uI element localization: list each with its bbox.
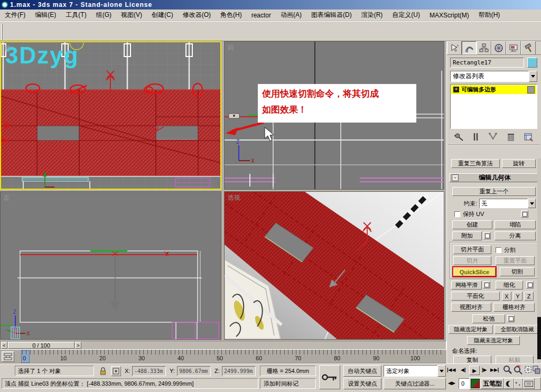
preserve-uv-checkbox[interactable]: [454, 211, 460, 217]
y-coord-field[interactable]: 9806.67mm: [177, 366, 211, 376]
tab-modify[interactable]: [462, 41, 477, 54]
open-mini-curve-editor-button[interactable]: [2, 351, 14, 362]
tessellate-button[interactable]: 细化: [496, 281, 523, 290]
menu-item-reactor[interactable]: reactor: [247, 12, 276, 19]
zoom-extents-button[interactable]: [524, 365, 533, 376]
show-end-result-icon[interactable]: [472, 132, 480, 142]
object-color-swatch[interactable]: [527, 58, 537, 68]
key-mode-arrow[interactable]: [437, 365, 446, 377]
ime-method-button[interactable]: 五笔型: [481, 378, 504, 389]
set-key-big-button[interactable]: [319, 365, 340, 389]
ime-fullwidth-button[interactable]: [504, 378, 514, 389]
rollout-header-edit-geometry[interactable]: - 编辑几何体: [449, 173, 538, 182]
set-key-button[interactable]: 设置关键点: [343, 378, 381, 389]
stack-item-editable-poly[interactable]: + 可编辑多边形: [451, 85, 536, 94]
make-unique-icon[interactable]: [488, 132, 498, 142]
menu-item-graph-editors[interactable]: 图表编辑器(D): [306, 11, 357, 20]
view-align-button[interactable]: 视图对齐: [451, 303, 491, 312]
time-slider-prev-button[interactable]: <: [1, 342, 7, 349]
quickslice-button[interactable]: QuickSlice: [453, 267, 496, 276]
menu-item-maxscript[interactable]: MAXScript(M): [425, 12, 474, 19]
object-name-field[interactable]: Rectangle17: [450, 58, 524, 68]
menu-item-rendering[interactable]: 渲染(R): [357, 11, 388, 20]
panel-scrollbar[interactable]: [537, 158, 541, 363]
slice-plane-button[interactable]: 切片平面: [453, 245, 491, 254]
reset-plane-button[interactable]: 重置平面: [496, 256, 535, 265]
previous-frame-button[interactable]: ◀|: [461, 367, 465, 372]
create-button[interactable]: 创建: [452, 220, 492, 229]
menu-item-create[interactable]: 创建(C): [147, 11, 178, 20]
ime-logo-icon[interactable]: [471, 379, 480, 388]
ime-punctuation-button[interactable]: °，: [514, 378, 523, 389]
meshsmooth-settings-button[interactable]: [483, 281, 490, 288]
menu-item-modifiers[interactable]: 修改器(O): [178, 11, 216, 20]
track-bar[interactable]: 0 10 20 30 40 50 60 70 80 90 100: [0, 350, 446, 363]
viewport-perspective[interactable]: 透视: [224, 191, 444, 340]
tab-display[interactable]: [506, 41, 521, 54]
slice-button[interactable]: 切片: [453, 256, 491, 265]
ime-soft-keyboard-button[interactable]: [523, 378, 535, 389]
viewport-left[interactable]: Z X 左: [0, 191, 221, 340]
attach-button[interactable]: 附加: [452, 231, 482, 240]
rollout-collapse-icon[interactable]: -: [452, 174, 459, 181]
tessellate-settings-button[interactable]: [526, 281, 534, 288]
make-planar-button[interactable]: 平面化: [451, 292, 500, 301]
expand-stack-icon[interactable]: +: [453, 87, 459, 92]
menu-item-customize[interactable]: 自定义(U): [387, 11, 425, 20]
time-slider-next-button[interactable]: >: [75, 342, 81, 349]
modifier-list-dropdown[interactable]: 修改器列表: [450, 71, 537, 82]
time-slider-handle[interactable]: 0 / 100: [8, 342, 74, 349]
planar-z-button[interactable]: Z: [524, 292, 534, 301]
detach-button[interactable]: 分离: [495, 231, 536, 240]
constraints-dropdown[interactable]: 无: [479, 199, 536, 208]
hide-unselected-button[interactable]: 隐藏未选定对象: [467, 336, 520, 345]
go-to-end-button[interactable]: ▶▶|: [490, 367, 499, 372]
key-mode-toggle-button[interactable]: ◀▶: [448, 380, 455, 386]
time-slider-track[interactable]: < 0 / 100 >: [0, 341, 446, 350]
retriangulate-button[interactable]: 重复三角算法: [451, 159, 500, 168]
attach-list-button[interactable]: [483, 232, 491, 239]
constraints-arrow[interactable]: [528, 199, 536, 208]
absolute-offset-toggle-button[interactable]: [111, 366, 121, 376]
relax-button[interactable]: 松弛: [472, 314, 505, 323]
turn-button[interactable]: 旋转: [502, 159, 536, 168]
cut-button[interactable]: 切割: [500, 267, 535, 276]
remove-modifier-icon[interactable]: [507, 132, 515, 142]
tab-motion[interactable]: [491, 41, 506, 54]
configure-modifier-sets-icon[interactable]: [524, 132, 533, 142]
split-checkbox[interactable]: [496, 247, 501, 253]
menu-item-group[interactable]: 组(G): [91, 11, 116, 20]
planar-x-button[interactable]: X: [502, 292, 511, 301]
viewport-front[interactable]: Z X 前 使用快速切割命令，将其切成 如图效果！: [224, 41, 444, 190]
zoom-extents-all-button[interactable]: [533, 365, 541, 376]
tab-hierarchy[interactable]: [477, 41, 491, 54]
repeat-last-button[interactable]: 重复上一个: [452, 187, 536, 196]
meshsmooth-button[interactable]: 网格平滑: [451, 281, 482, 290]
preserve-uv-settings-button[interactable]: [521, 210, 528, 218]
stack-item-onoff-icon[interactable]: [527, 86, 535, 94]
auto-key-button[interactable]: 自动关键点: [343, 365, 381, 377]
menu-item-tools[interactable]: 工具(T): [61, 11, 91, 20]
unhide-all-button[interactable]: 全部取消隐藏: [495, 325, 540, 334]
viewport-top[interactable]: 顶 3Dzyg: [0, 41, 221, 190]
add-time-tag-field[interactable]: 添加时间标记: [260, 378, 316, 389]
menu-item-animation[interactable]: 动画(A): [276, 11, 306, 20]
panel-scrollbar-thumb[interactable]: [537, 317, 541, 359]
menu-item-views[interactable]: 视图(V): [116, 11, 147, 20]
collapse-button[interactable]: 塌陷: [495, 220, 536, 229]
play-button[interactable]: ▶: [469, 366, 480, 375]
tab-create[interactable]: [447, 41, 462, 54]
planar-y-button[interactable]: Y: [513, 292, 523, 301]
go-to-start-button[interactable]: |◀◀: [447, 367, 455, 372]
toolbar-handle[interactable]: [1, 24, 3, 40]
menu-item-file[interactable]: 文件(F): [0, 11, 30, 20]
relax-settings-button[interactable]: [507, 315, 515, 322]
pin-stack-icon[interactable]: [454, 132, 464, 142]
key-mode-dropdown[interactable]: 选定对象: [384, 365, 446, 377]
menu-item-edit[interactable]: 编辑(E): [30, 11, 61, 20]
x-coord-field[interactable]: -488.333m: [132, 366, 166, 376]
menu-item-help[interactable]: 帮助(H): [474, 11, 505, 20]
zoom-all-button[interactable]: [514, 365, 523, 376]
selection-lock-button[interactable]: [99, 366, 107, 376]
z-coord-field[interactable]: 2499.999m: [222, 366, 256, 376]
